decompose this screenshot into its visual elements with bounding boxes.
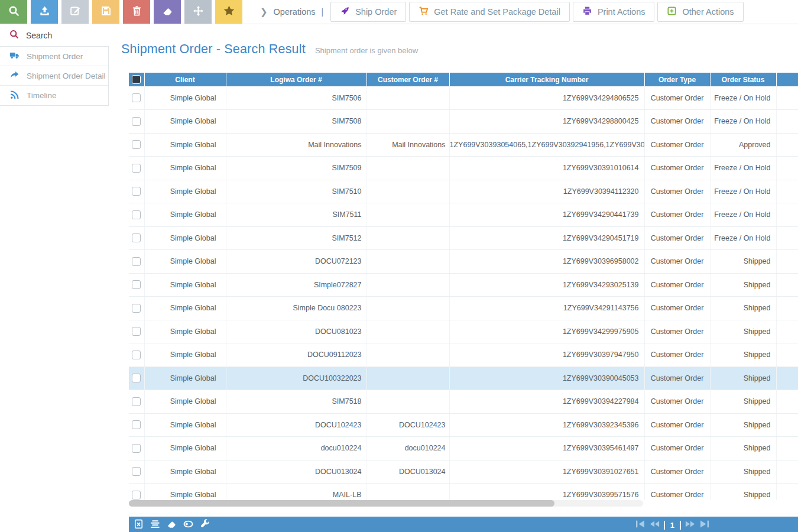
previous-page-icon[interactable] <box>650 520 660 531</box>
cell-status: Freeze / On Hold <box>710 226 776 250</box>
scrollbar-thumb[interactable] <box>129 500 554 507</box>
table-row[interactable]: Simple GlobalSImple0728271ZY699V34293025… <box>129 273 798 297</box>
pagination-separator <box>664 521 665 530</box>
row-checkbox[interactable] <box>132 93 141 102</box>
export-excel-icon[interactable] <box>134 519 144 531</box>
save-button[interactable] <box>92 0 119 24</box>
last-page-icon[interactable] <box>699 520 709 531</box>
row-checkbox[interactable] <box>132 257 141 266</box>
favorite-button[interactable] <box>215 0 242 24</box>
column-header-logiwa-order[interactable]: Logiwa Order # <box>226 73 366 86</box>
clear-filter-eraser-icon[interactable] <box>167 519 177 531</box>
row-checkbox[interactable] <box>132 140 141 149</box>
table-row[interactable]: Simple GlobalDOCU1003220231ZY699V3039004… <box>129 366 798 390</box>
cell-status: Shipped <box>710 484 776 501</box>
row-checkbox-cell <box>129 390 144 414</box>
erase-button[interactable] <box>154 0 181 24</box>
row-checkbox[interactable] <box>132 467 141 476</box>
row-checkbox[interactable] <box>132 210 141 219</box>
table-row[interactable]: Simple GlobalDOCU0721231ZY699V3039695800… <box>129 250 798 274</box>
table-row[interactable]: Simple GlobalSIM75091ZY699V30391010614Cu… <box>129 157 798 180</box>
row-checkbox[interactable] <box>132 164 141 173</box>
table-row[interactable]: Simple GlobalDOCU091120231ZY699V30397947… <box>129 343 798 367</box>
sidebar-item-search[interactable]: Search <box>0 24 109 46</box>
delete-button[interactable] <box>123 0 150 24</box>
table-row[interactable]: Simple GlobalSIM75111ZY699V34290441739Cu… <box>129 203 798 227</box>
row-checkbox[interactable] <box>132 374 141 382</box>
row-checkbox[interactable] <box>132 327 141 336</box>
grid-settings-wrench-icon[interactable] <box>200 519 210 531</box>
edit-button[interactable] <box>61 0 89 24</box>
trash-icon <box>131 5 142 18</box>
toolbar-icon-buttons <box>0 0 242 24</box>
cell-tracking: 1ZY699V30396958002 <box>449 250 644 274</box>
row-checkbox[interactable] <box>132 187 141 196</box>
cell-empty <box>776 343 798 367</box>
cell-client: Simple Global <box>144 226 226 250</box>
next-page-icon[interactable] <box>685 520 695 531</box>
cell-client: Simple Global <box>144 180 226 203</box>
table-row[interactable]: Simple GlobalDOCU102423DOCU1024231ZY699V… <box>129 413 798 437</box>
cell-order-type: Customer Order <box>644 484 710 501</box>
table-row[interactable]: Simple GlobalSIM75061ZY699V34294806525Cu… <box>129 86 798 110</box>
select-all-checkbox[interactable] <box>132 75 141 84</box>
row-checkbox[interactable] <box>132 117 141 126</box>
cell-client: Simple Global <box>144 484 226 501</box>
first-page-icon[interactable] <box>635 520 645 531</box>
column-header-client[interactable]: Client <box>144 73 226 86</box>
row-checkbox[interactable] <box>132 351 141 359</box>
search-icon <box>9 30 19 41</box>
sidebar-item-label: Shipment Order <box>27 52 83 61</box>
cell-empty <box>776 366 798 390</box>
cell-client: Simple Global <box>144 320 226 343</box>
cell-tracking: 1ZY699V34293025139 <box>449 273 644 297</box>
upload-button[interactable] <box>31 0 58 24</box>
move-button[interactable] <box>184 0 212 24</box>
column-header-order-type[interactable]: Order Type <box>644 73 710 86</box>
row-checkbox[interactable] <box>132 304 141 313</box>
row-checkbox[interactable] <box>132 491 141 499</box>
cell-client: Simple Global <box>144 86 226 110</box>
sidebar-item-shipment-order[interactable]: Shipment Order <box>0 47 108 66</box>
row-checkbox[interactable] <box>132 397 141 406</box>
table-row[interactable]: Simple Globaldocu010224docu0102241ZY699V… <box>129 437 798 460</box>
cell-customer-order <box>366 273 449 297</box>
cell-tracking: 1ZY699V34294806525 <box>449 86 644 110</box>
cell-customer-order <box>366 297 449 320</box>
table-row[interactable]: Simple GlobalDOCU013024DOCU0130241ZY699V… <box>129 460 798 484</box>
sidebar-item-shipment-order-detail[interactable]: Shipment Order Detail <box>0 66 108 86</box>
table-row[interactable]: Simple GlobalSimple Docu 0802231ZY699V34… <box>129 297 798 320</box>
column-header-order-status[interactable]: Order Status <box>710 73 776 86</box>
ship-order-button[interactable]: Ship Order <box>330 2 406 22</box>
cell-order-type: Customer Order <box>644 366 710 390</box>
row-checkbox-cell <box>129 250 144 274</box>
table-row[interactable]: Simple GlobalMAIL-LB1ZY699V30399571576Cu… <box>129 484 798 501</box>
pagination: 1 <box>635 520 709 531</box>
horizontal-scrollbar[interactable] <box>129 500 643 507</box>
get-rate-button[interactable]: Get Rate and Set Package Detail <box>409 2 570 22</box>
table-row[interactable]: Simple GlobalDOCU0810231ZY699V3429997590… <box>129 320 798 343</box>
sidebar-item-label: Timeline <box>27 91 57 100</box>
row-checkbox[interactable] <box>132 444 141 453</box>
cell-order-type: Customer Order <box>644 413 710 437</box>
print-actions-button[interactable]: Print Actions <box>573 2 655 22</box>
column-header-tracking[interactable]: Carrier Tracking Number <box>449 73 644 86</box>
row-checkbox[interactable] <box>132 420 141 429</box>
row-checkbox[interactable] <box>132 280 141 289</box>
row-checkbox-cell <box>129 110 144 134</box>
table-row[interactable]: Simple GlobalSIM75081ZY699V34298800425Cu… <box>129 110 798 134</box>
cell-empty <box>776 86 798 110</box>
align-columns-icon[interactable] <box>150 519 160 531</box>
other-actions-button[interactable]: Other Actions <box>657 2 743 22</box>
column-header-customer-order[interactable]: Customer Order # <box>366 73 449 86</box>
table-row[interactable]: Simple GlobalSIM75181ZY699V30394227984Cu… <box>129 390 798 414</box>
table-row[interactable]: Simple GlobalSIM75121ZY699V34290451719Cu… <box>129 226 798 250</box>
sidebar-item-timeline[interactable]: Timeline <box>0 86 108 105</box>
toggle-view-icon[interactable] <box>183 519 193 531</box>
row-checkbox[interactable] <box>132 233 141 242</box>
search-button[interactable] <box>0 0 27 24</box>
cell-customer-order: docu010224 <box>366 437 449 460</box>
table-row[interactable]: Simple GlobalSIM75101ZY699V30394112320Cu… <box>129 180 798 203</box>
table-row[interactable]: Simple GlobalMail InnovationsMail Innova… <box>129 133 798 157</box>
cell-tracking: 1ZY699V30394227984 <box>449 390 644 414</box>
